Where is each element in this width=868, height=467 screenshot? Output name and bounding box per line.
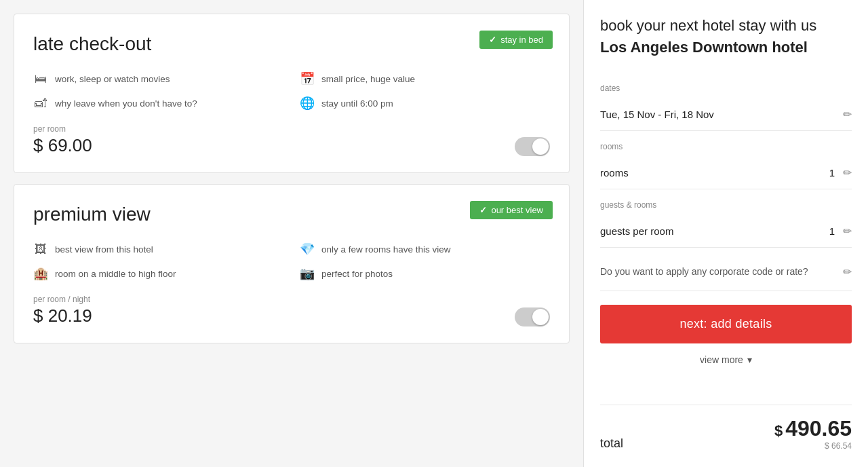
feature-text: only a few rooms have this view	[321, 244, 451, 255]
rooms-edit-icon[interactable]: ✏	[843, 166, 852, 179]
feature-text: perfect for photos	[321, 269, 393, 279]
view-more-label: view more	[700, 354, 743, 365]
premium-view-price-row: per room / night $ 20.19	[33, 295, 550, 326]
calendar-icon: 📅	[300, 71, 315, 86]
feature-item: 🌐 stay until 6:00 pm	[300, 96, 550, 111]
premium-view-price-block: per room / night $ 20.19	[33, 295, 92, 326]
dates-row: Tue, 15 Nov - Fri, 18 Nov ✏	[600, 98, 852, 131]
globe-icon: 🌐	[300, 96, 315, 111]
feature-text: work, sleep or watch movies	[55, 74, 170, 84]
guests-value: 1	[829, 225, 835, 237]
feature-item: 📷 perfect for photos	[300, 266, 550, 281]
bed-icon: 🛏	[33, 72, 48, 86]
premium-view-price-label: per room / night	[33, 295, 92, 304]
feature-text: why leave when you don't have to?	[55, 98, 197, 109]
feature-item: 🛏 work, sleep or watch movies	[33, 71, 283, 86]
premium-view-badge: our best view	[470, 201, 553, 219]
total-row: total $ 490.65 $ 66.54	[600, 405, 852, 451]
feature-text: best view from this hotel	[55, 244, 153, 255]
feature-text: stay until 6:00 pm	[321, 98, 393, 109]
total-sub-value: $ 66.54	[774, 441, 852, 451]
dates-label: dates	[600, 83, 852, 93]
late-checkout-toggle[interactable]	[515, 137, 550, 156]
corporate-row: Do you want to apply any corporate code …	[600, 253, 852, 291]
late-checkout-title: late check-out	[33, 33, 550, 55]
next-button[interactable]: next: add details	[600, 305, 852, 343]
dates-edit-icon[interactable]: ✏	[843, 108, 852, 121]
feature-text: room on a middle to high floor	[55, 269, 176, 279]
diamond-icon: 💎	[300, 242, 315, 257]
late-checkout-price-value: $ 69.00	[33, 135, 92, 156]
guests-row-label: guests per room	[600, 225, 673, 237]
premium-view-features: 🖼 best view from this hotel 💎 only a few…	[33, 242, 550, 281]
total-main-value: $ 490.65	[774, 416, 852, 441]
feature-text: small price, huge value	[321, 74, 415, 84]
total-amount: 490.65	[785, 416, 852, 441]
camera-icon: 📷	[300, 266, 315, 281]
total-label: total	[600, 436, 623, 451]
feature-item: 🏨 room on a middle to high floor	[33, 266, 283, 281]
premium-view-price-value: $ 20.19	[33, 305, 92, 326]
rooms-row-label: rooms	[600, 167, 629, 179]
corporate-edit-icon[interactable]: ✏	[843, 265, 852, 278]
chevron-down-icon: ▾	[747, 354, 752, 365]
feature-item: 🖼 best view from this hotel	[33, 242, 283, 257]
late-checkout-badge: stay in bed	[479, 31, 553, 49]
total-value-block: $ 490.65 $ 66.54	[774, 416, 852, 451]
sofa-icon: 🛋	[33, 96, 48, 111]
premium-view-toggle[interactable]	[515, 307, 550, 326]
rooms-label: rooms	[600, 142, 852, 151]
dates-value: Tue, 15 Nov - Fri, 18 Nov	[600, 109, 714, 120]
sidebar-heading1: book your next hotel stay with us	[600, 16, 852, 36]
late-checkout-price-row: per room $ 69.00	[33, 124, 550, 156]
rooms-row: rooms 1 ✏	[600, 157, 852, 189]
guests-row: guests per room 1 ✏	[600, 215, 852, 248]
total-currency: $	[774, 422, 783, 440]
premium-view-card: premium view our best view 🖼 best view f…	[14, 184, 570, 343]
sidebar-heading2: Los Angeles Downtown hotel	[600, 39, 852, 56]
guests-label: guests & rooms	[600, 200, 852, 210]
left-panel: late check-out stay in bed 🛏 work, sleep…	[0, 0, 583, 467]
feature-item: 📅 small price, huge value	[300, 71, 550, 86]
right-panel: book your next hotel stay with us Los An…	[583, 0, 868, 467]
hotel-icon: 🏨	[33, 266, 48, 281]
late-checkout-card: late check-out stay in bed 🛏 work, sleep…	[14, 14, 570, 173]
guests-edit-icon[interactable]: ✏	[843, 225, 852, 238]
late-checkout-price-label: per room	[33, 124, 92, 134]
rooms-row-right: 1 ✏	[829, 166, 852, 179]
corporate-text: Do you want to apply any corporate code …	[600, 266, 835, 277]
feature-item: 🛋 why leave when you don't have to?	[33, 96, 283, 111]
feature-item: 💎 only a few rooms have this view	[300, 242, 550, 257]
view-more-row[interactable]: view more ▾	[600, 343, 852, 376]
guests-row-right: 1 ✏	[829, 225, 852, 238]
picture-icon: 🖼	[33, 242, 48, 257]
rooms-value: 1	[829, 167, 835, 179]
late-checkout-features: 🛏 work, sleep or watch movies 📅 small pr…	[33, 71, 550, 111]
late-checkout-price-block: per room $ 69.00	[33, 124, 92, 156]
